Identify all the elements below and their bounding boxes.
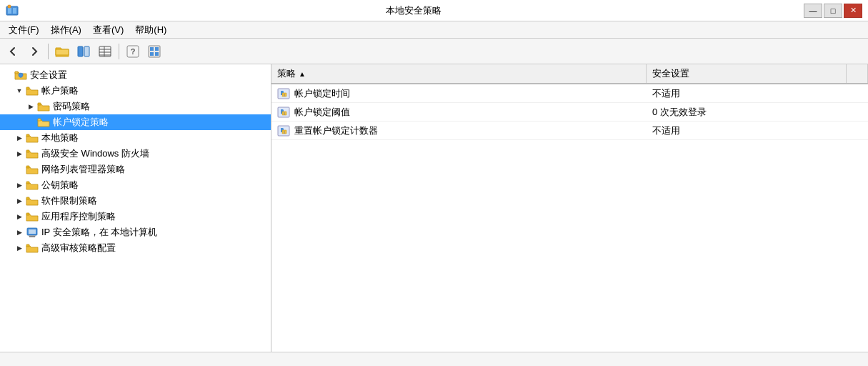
tree-item-account-policy[interactable]: ▼ 帐户策略 bbox=[0, 83, 271, 99]
col-security-header[interactable]: 安全设置 bbox=[647, 64, 847, 83]
tree-panel: 安全设置 ▼ 帐户策略 ▶ 密码策略 bbox=[0, 64, 271, 352]
svg-text:?: ? bbox=[131, 47, 136, 56]
svg-rect-31 bbox=[29, 229, 36, 234]
tree-root-label: 安全设置 bbox=[30, 69, 67, 81]
title-bar: 本地安全策略 — □ ✕ bbox=[0, 0, 868, 21]
toolbar: ? bbox=[0, 39, 868, 64]
policy-name-0: 帐户锁定时间 bbox=[294, 87, 350, 100]
applocker-policy-label: 应用程序控制策略 bbox=[41, 210, 116, 223]
tree-item-applocker-policy[interactable]: ▶ 应用程序控制策略 bbox=[0, 209, 271, 224]
policy-name-1: 帐户锁定阈值 bbox=[294, 106, 350, 119]
svg-rect-2 bbox=[13, 8, 16, 14]
cell-policy-1: 帐户锁定阈值 bbox=[271, 103, 647, 121]
svg-rect-21 bbox=[38, 119, 41, 121]
forward-button[interactable] bbox=[24, 41, 44, 61]
software-policy-expand-icon: ▶ bbox=[14, 196, 24, 206]
svg-rect-17 bbox=[155, 52, 159, 56]
audit-policy-expand-icon: ▶ bbox=[14, 243, 24, 253]
network-policy-label: 网络列表管理器策略 bbox=[41, 163, 125, 176]
firewall-label: 高级安全 Windows 防火墙 bbox=[41, 147, 149, 160]
status-bar bbox=[0, 352, 868, 366]
svg-rect-23 bbox=[26, 150, 29, 152]
lockout-policy-folder-icon bbox=[37, 117, 50, 128]
col-policy-header[interactable]: 策略 ▲ bbox=[271, 64, 647, 83]
col-extra-header bbox=[847, 64, 868, 83]
tree-item-pubkey-policy[interactable]: ▶ 公钥策略 bbox=[0, 177, 271, 193]
policy-row-icon-2 bbox=[277, 125, 290, 137]
tree-item-local-policy[interactable]: ▶ 本地策略 bbox=[0, 130, 271, 146]
svg-rect-1 bbox=[8, 8, 11, 14]
password-policy-folder-icon bbox=[37, 101, 50, 112]
main-content: 安全设置 ▼ 帐户策略 ▶ 密码策略 bbox=[0, 64, 868, 352]
tree-item-password-policy[interactable]: ▶ 密码策略 bbox=[0, 99, 271, 114]
account-policy-folder-icon bbox=[26, 85, 39, 97]
tree-item-firewall[interactable]: ▶ 高级安全 Windows 防火墙 bbox=[0, 146, 271, 162]
table-row[interactable]: 重置帐户锁定计数器 不适用 bbox=[271, 122, 868, 140]
lockout-policy-label: 帐户锁定策略 bbox=[53, 116, 109, 129]
svg-rect-18 bbox=[15, 71, 18, 74]
svg-rect-19 bbox=[26, 87, 29, 89]
toolbar-separator-1 bbox=[48, 44, 49, 59]
panel-button[interactable] bbox=[74, 41, 94, 61]
local-policy-expand-icon: ▶ bbox=[14, 133, 24, 143]
col-security-label: 安全设置 bbox=[652, 67, 689, 80]
sort-arrow-icon: ▲ bbox=[299, 70, 306, 78]
root-folder-icon bbox=[14, 69, 27, 81]
cell-extra-0 bbox=[847, 84, 868, 102]
network-policy-expand-icon bbox=[14, 164, 24, 174]
window-title: 本地安全策略 bbox=[23, 4, 804, 17]
menu-action[interactable]: 操作(A) bbox=[45, 22, 87, 38]
menu-view[interactable]: 查看(V) bbox=[87, 22, 129, 38]
cell-extra-2 bbox=[847, 122, 868, 139]
svg-rect-4 bbox=[78, 46, 83, 56]
svg-rect-5 bbox=[84, 46, 89, 56]
ipsec-policy-expand-icon: ▶ bbox=[14, 227, 24, 237]
list-header: 策略 ▲ 安全设置 bbox=[271, 64, 868, 84]
ipsec-policy-label: IP 安全策略，在 本地计算机 bbox=[41, 226, 157, 239]
table-row[interactable]: 帐户锁定时间 不适用 bbox=[271, 84, 868, 103]
restore-button[interactable]: □ bbox=[824, 4, 842, 18]
menu-help[interactable]: 帮助(H) bbox=[129, 22, 172, 38]
firewall-folder-icon bbox=[26, 148, 39, 159]
svg-rect-24 bbox=[26, 166, 29, 168]
password-policy-expand-icon: ▶ bbox=[26, 102, 36, 112]
local-policy-folder-icon bbox=[26, 132, 39, 144]
menu-bar: 文件(F) 操作(A) 查看(V) 帮助(H) bbox=[0, 21, 868, 39]
export-button[interactable] bbox=[144, 41, 164, 61]
right-panel: 策略 ▲ 安全设置 bbox=[271, 64, 868, 352]
cell-security-1: 0 次无效登录 bbox=[647, 103, 847, 121]
app-icon bbox=[6, 4, 19, 17]
lockout-policy-expand-icon bbox=[26, 117, 36, 127]
cell-policy-2: 重置帐户锁定计数器 bbox=[271, 122, 647, 139]
tree-item-software-policy[interactable]: ▶ 软件限制策略 bbox=[0, 193, 271, 209]
pubkey-policy-expand-icon: ▶ bbox=[14, 180, 24, 190]
software-policy-folder-icon bbox=[26, 195, 39, 207]
back-button[interactable] bbox=[3, 41, 23, 61]
svg-rect-15 bbox=[155, 47, 159, 51]
list-body: 帐户锁定时间 不适用 bbox=[271, 84, 868, 352]
tree-root[interactable]: 安全设置 bbox=[0, 67, 271, 83]
list-button[interactable] bbox=[95, 41, 115, 61]
minimize-button[interactable]: — bbox=[804, 4, 822, 18]
account-policy-label: 帐户策略 bbox=[41, 84, 79, 97]
svg-rect-14 bbox=[150, 47, 154, 51]
help-button[interactable]: ? bbox=[123, 41, 143, 61]
table-row[interactable]: 帐户锁定阈值 0 次无效登录 bbox=[271, 103, 868, 122]
toolbar-separator-2 bbox=[119, 44, 119, 59]
tree-item-ipsec-policy[interactable]: ▶ IP 安全策略，在 本地计算机 bbox=[0, 224, 271, 240]
account-policy-expand-icon: ▼ bbox=[14, 86, 24, 96]
policy-row-icon-1 bbox=[277, 107, 290, 118]
network-policy-folder-icon bbox=[26, 164, 39, 175]
svg-rect-22 bbox=[26, 134, 29, 137]
tree-item-audit-policy[interactable]: ▶ 高级审核策略配置 bbox=[0, 240, 271, 256]
cell-extra-1 bbox=[847, 103, 868, 121]
close-button[interactable]: ✕ bbox=[844, 4, 862, 18]
ipsec-policy-folder-icon bbox=[26, 227, 39, 238]
col-policy-label: 策略 bbox=[277, 67, 296, 80]
tree-item-network-policy[interactable]: 网络列表管理器策略 bbox=[0, 162, 271, 177]
tree-item-lockout-policy[interactable]: 帐户锁定策略 bbox=[0, 114, 271, 130]
svg-rect-20 bbox=[38, 103, 41, 105]
menu-file[interactable]: 文件(F) bbox=[3, 22, 45, 38]
folder-button[interactable] bbox=[52, 41, 72, 61]
svg-rect-27 bbox=[26, 213, 29, 215]
